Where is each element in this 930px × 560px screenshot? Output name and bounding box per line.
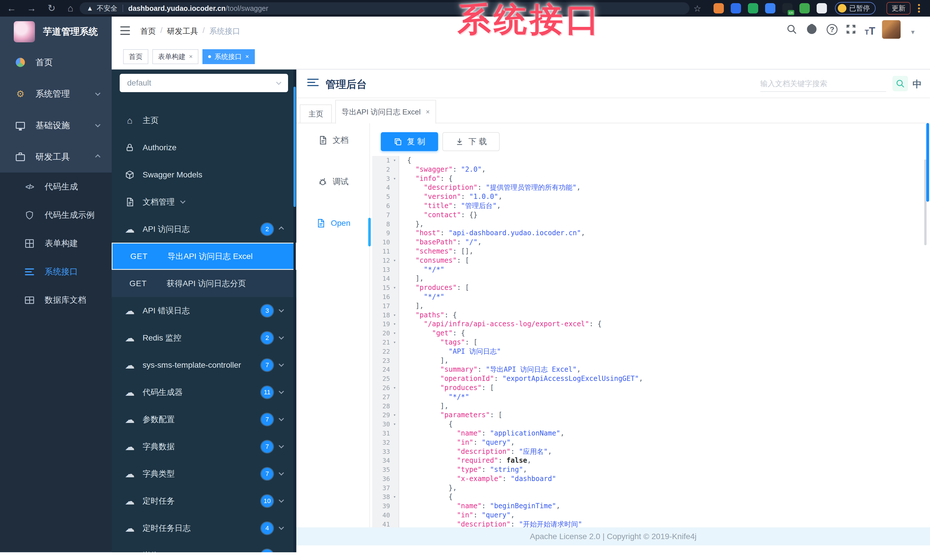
api-group-定时任务[interactable]: ☁定时任务10 xyxy=(112,487,296,514)
sidebar-subitem-数据库文档[interactable]: 数据库文档 xyxy=(0,286,112,314)
tag-系统接口[interactable]: 系统接口× xyxy=(202,49,255,64)
api-endpoint-导出API 访问日志 Excel[interactable]: GET导出API 访问日志 Excel xyxy=(112,242,296,270)
line-number: 41 xyxy=(372,520,390,527)
api-group-API 错误日志[interactable]: ☁API 错误日志3 xyxy=(112,297,296,324)
doc-tab-主页[interactable]: 主页 xyxy=(300,104,332,123)
extension-icon-green[interactable] xyxy=(799,3,810,14)
extension-icon-cn[interactable] xyxy=(782,3,793,14)
doc-tab-导出API 访问日志 Excel[interactable]: 导出API 访问日志 Excel× xyxy=(335,100,436,124)
sidebar-item-基础设施[interactable]: 基础设施 xyxy=(0,110,112,141)
api-group-主页[interactable]: ⌂主页 xyxy=(112,107,296,134)
copy-button[interactable]: 复 制 xyxy=(381,132,438,151)
browser-update-button[interactable]: 更新 xyxy=(887,2,910,15)
doc-search-input[interactable]: 输入文档关键字搜索 xyxy=(760,76,886,92)
user-avatar[interactable] xyxy=(882,20,901,39)
fold-caret-icon[interactable]: ▾ xyxy=(390,492,399,502)
extension-icon-green-circle[interactable] xyxy=(748,3,758,14)
api-group-岗位[interactable]: ☁岗位 xyxy=(112,542,296,552)
api-group-Authorize[interactable]: Authorize xyxy=(112,134,296,161)
line-number: 15 xyxy=(372,283,390,293)
hamburger-icon[interactable] xyxy=(120,26,130,35)
collapse-menu-icon[interactable] xyxy=(307,79,319,88)
fold-caret-icon[interactable]: ▾ xyxy=(390,384,399,393)
search-icon[interactable] xyxy=(786,23,798,36)
tag-首页[interactable]: 首页 xyxy=(123,49,148,64)
tool-调试[interactable]: 调试 xyxy=(296,176,370,187)
close-icon[interactable]: × xyxy=(245,53,249,60)
extension-icon-puzzle[interactable] xyxy=(817,3,827,14)
extension-icon-orange[interactable] xyxy=(713,3,724,14)
fold-caret-icon[interactable]: ▾ xyxy=(390,329,399,338)
swagger-json-editor[interactable]: 1▾{2 "swagger": "2.0",3▾ "info": {4 "des… xyxy=(372,156,930,527)
line-number: 29 xyxy=(372,411,390,420)
sidebar-item-研发工具[interactable]: 研发工具 xyxy=(0,141,112,173)
api-group-Redis 监控[interactable]: ☁Redis 监控2 xyxy=(112,324,296,351)
browser-home-icon[interactable]: ⌂ xyxy=(65,3,75,14)
fold-caret-icon[interactable]: ▾ xyxy=(390,411,399,420)
code-line: 27 "*/*" xyxy=(372,393,930,402)
not-secure-label[interactable]: 不安全 xyxy=(97,4,117,13)
paused-extension-badge[interactable]: 已暂停 xyxy=(835,2,876,15)
chevron-up-icon xyxy=(95,154,100,160)
fold-caret-icon[interactable]: ▾ xyxy=(390,256,399,265)
tool-Open[interactable]: Open xyxy=(296,218,370,229)
api-group-sys-sms-template-controller[interactable]: ☁sys-sms-template-controller7 xyxy=(112,351,296,379)
breadcrumb-item[interactable]: 首页 xyxy=(140,26,156,36)
sidebar-scrollbar[interactable] xyxy=(294,87,296,207)
browser-reload-icon[interactable]: ↻ xyxy=(46,3,57,14)
sidebar-subitem-label: 表单构建 xyxy=(45,238,78,249)
fullscreen-icon[interactable] xyxy=(845,23,857,36)
api-group-字典类型[interactable]: ☁字典类型7 xyxy=(112,460,296,487)
font-size-icon[interactable]: TT xyxy=(865,25,875,37)
browser-forward-icon[interactable]: → xyxy=(26,3,37,14)
fold-caret-icon[interactable]: ▾ xyxy=(390,311,399,320)
api-group-代码生成器[interactable]: ☁代码生成器11 xyxy=(112,379,296,406)
code-line: 16 "*/*" xyxy=(372,293,930,302)
doc-tab-label: 主页 xyxy=(308,109,323,119)
close-icon[interactable]: × xyxy=(426,108,430,116)
fold-caret-icon[interactable]: ▾ xyxy=(390,283,399,293)
breadcrumb-item[interactable]: 研发工具 xyxy=(167,26,198,36)
api-group-Swagger Models[interactable]: Swagger Models xyxy=(112,161,296,188)
browser-menu-icon[interactable] xyxy=(918,3,920,14)
api-endpoint-获得API 访问日志分页[interactable]: GET获得API 访问日志分页 xyxy=(112,270,296,297)
sidebar-subitem-表单构建[interactable]: 表单构建 xyxy=(0,229,112,258)
sidebar-subitem-代码生成示例[interactable]: 代码生成示例 xyxy=(0,201,112,229)
fold-caret-icon[interactable]: ▾ xyxy=(390,420,399,429)
tag-表单构建[interactable]: 表单构建× xyxy=(152,49,199,64)
api-group-字典数据[interactable]: ☁字典数据7 xyxy=(112,433,296,460)
app-sidebar: 芋道管理系统 首页⚙系统管理基础设施研发工具 </>代码生成代码生成示例表单构建… xyxy=(0,17,112,552)
count-badge: 7 xyxy=(261,413,273,425)
sidebar-subitem-代码生成[interactable]: </>代码生成 xyxy=(0,173,112,201)
sidebar-item-系统管理[interactable]: ⚙系统管理 xyxy=(0,78,112,110)
fold-caret-icon[interactable]: ▾ xyxy=(390,156,399,165)
sidebar-item-首页[interactable]: 首页 xyxy=(0,47,112,78)
api-group-文档管理[interactable]: 文档管理 xyxy=(112,188,296,215)
bookmark-star-icon[interactable]: ☆ xyxy=(693,3,701,14)
download-button[interactable]: 下 载 xyxy=(442,132,500,151)
main-scrollbar[interactable] xyxy=(926,123,929,202)
doc-search-icon[interactable] xyxy=(893,76,908,91)
avatar-caret-down-icon[interactable]: ▾ xyxy=(911,28,915,36)
fold-spacer xyxy=(390,474,399,483)
breadcrumb-item[interactable]: 系统接口 xyxy=(209,26,240,36)
browser-back-icon[interactable]: ← xyxy=(6,3,17,14)
sidebar-subitem-系统接口[interactable]: 系统接口 xyxy=(0,258,112,286)
sidebar-subitem-label: 代码生成示例 xyxy=(45,209,94,221)
fold-caret-icon[interactable]: ▾ xyxy=(390,338,399,347)
extension-icon-blue-grid[interactable] xyxy=(765,3,775,14)
close-icon[interactable]: × xyxy=(189,53,193,60)
api-group-select[interactable]: default xyxy=(120,74,288,92)
fold-caret-icon[interactable]: ▾ xyxy=(390,320,399,329)
api-group-API 访问日志[interactable]: ☁API 访问日志2 xyxy=(112,215,296,242)
tool-文档[interactable]: 文档 xyxy=(296,135,370,146)
extension-icon-blue-diamond[interactable] xyxy=(731,3,741,14)
footer: Apache License 2.0 | Copyright © 2019-Kn… xyxy=(296,527,930,545)
fold-caret-icon[interactable]: ▾ xyxy=(390,174,399,183)
api-group-定时任务日志[interactable]: ☁定时任务日志4 xyxy=(112,514,296,542)
github-icon[interactable] xyxy=(806,23,818,36)
bug-icon xyxy=(317,176,328,187)
language-toggle[interactable]: 中 xyxy=(913,78,922,91)
help-icon[interactable]: ? xyxy=(827,24,838,35)
api-group-参数配置[interactable]: ☁参数配置7 xyxy=(112,406,296,433)
